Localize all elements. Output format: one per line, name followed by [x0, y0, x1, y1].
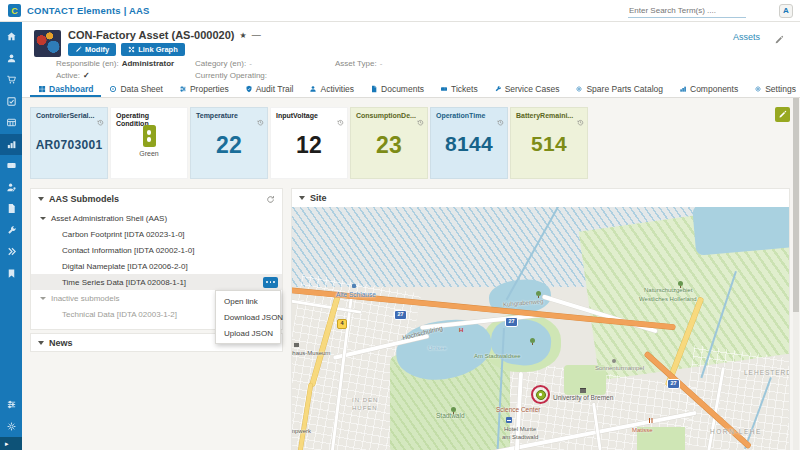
tree-item[interactable]: Asset Administration Shell (AAS) [31, 210, 282, 226]
kpi-card-value: AR0703001 [31, 138, 107, 152]
vertical-scrollbar[interactable] [793, 98, 799, 450]
kpi-card[interactable]: OperationTime8144 [430, 107, 508, 179]
site-map[interactable]: Alte SchlauseKuhgrabenwegNaturschutzgebi… [292, 207, 789, 450]
kpi-card[interactable]: ConsumptionDe...23 [350, 107, 428, 179]
map-label: Science Center [496, 407, 540, 414]
link-graph-icon [128, 46, 135, 53]
app-logo[interactable]: C [8, 4, 21, 17]
ticket-icon [6, 160, 17, 171]
context-menu-item-upload-json[interactable]: Upload JSON [216, 325, 280, 341]
collapse-icon[interactable]: — [252, 30, 261, 40]
kpi-card[interactable]: Temperature22 [190, 107, 268, 179]
tree-item[interactable]: Carbon Footprint [IDTA 02023-1-0] [31, 226, 282, 242]
history-icon[interactable] [417, 112, 424, 119]
map-water [692, 207, 789, 256]
sidebar-item-activities[interactable] [0, 48, 22, 70]
tab-label: Settings [765, 84, 796, 94]
link-graph-button-label: Link Graph [138, 45, 178, 54]
tab-audit-trail[interactable]: Audit Trail [237, 80, 302, 97]
sidebar-item-components-chart[interactable] [0, 134, 22, 156]
context-menu-item-open-link[interactable]: Open link [216, 293, 280, 309]
asset-thumbnail[interactable] [34, 30, 61, 57]
history-icon[interactable] [337, 112, 344, 119]
meta-field: Active:✓ [56, 71, 195, 80]
favorite-star-icon[interactable]: ★ [239, 31, 246, 40]
edit-dashboard-button[interactable] [775, 107, 790, 122]
modify-button[interactable]: Modify [68, 43, 116, 56]
link-graph-button[interactable]: Link Graph [121, 43, 185, 56]
tab-data-sheet[interactable]: Data Sheet [101, 80, 171, 97]
edit-header-icon[interactable] [774, 31, 784, 41]
ticket-icon [440, 85, 448, 93]
sidebar-item-tasks[interactable] [0, 91, 22, 113]
tab-properties[interactable]: Properties [171, 80, 237, 97]
tree-item[interactable]: Digital Nameplate [IDTA 02006-2-0] [31, 258, 282, 274]
history-icon[interactable] [577, 112, 584, 119]
news-title: News [49, 338, 73, 348]
refresh-icon[interactable] [266, 195, 275, 204]
history-icon[interactable] [497, 112, 504, 119]
sidebar-item-table[interactable] [0, 112, 22, 134]
sidebar-item-sliders[interactable] [0, 394, 22, 416]
user-avatar[interactable]: A [779, 4, 793, 18]
meta-label: Category (en): [195, 59, 246, 68]
meta-label: Active: [56, 71, 80, 80]
aas-submodels-header[interactable]: AAS Submodels [31, 189, 282, 209]
sidebar-item-document[interactable] [0, 198, 22, 220]
sidebar-item-user-key[interactable] [0, 177, 22, 199]
sidebar-item-bookmark[interactable] [0, 263, 22, 285]
context-menu-item-download-json[interactable]: Download JSON [216, 309, 280, 325]
kpi-card-value: 12 [271, 132, 347, 159]
asset-header: CON-Factory Asset (AS-000020) ★ — Modify… [22, 22, 800, 80]
tab-documents[interactable]: Documents [362, 80, 432, 97]
tab-label: Spare Parts Catalog [586, 84, 663, 94]
tab-components[interactable]: Components [671, 80, 746, 97]
sidebar-item-gear[interactable] [0, 416, 22, 438]
road-shield-motorway: 27 [505, 317, 518, 327]
tab-label: Service Cases [505, 84, 560, 94]
restaurant-icon [649, 418, 650, 423]
top-bar: C CONTACT Elements | AAS A [0, 0, 800, 22]
lock-icon [352, 284, 356, 288]
road-shield-motorway: 27 [667, 379, 680, 389]
tab-activities[interactable]: Activities [301, 80, 362, 97]
kpi-card-row: ControllerSerial...AR0703001Operating Co… [30, 107, 588, 179]
kpi-card[interactable]: BatteryRemaini...514 [510, 107, 588, 179]
history-icon[interactable] [257, 112, 264, 119]
kpi-card[interactable]: InputVoltage12 [270, 107, 348, 179]
kpi-card[interactable]: Operating ConditionGreen [110, 107, 188, 179]
site-location-marker[interactable] [536, 390, 546, 400]
site-panel: Site Alte SchlauseKuhgrabenwegNaturschut… [291, 188, 790, 450]
sidebar-item-ticket[interactable] [0, 155, 22, 177]
kpi-card[interactable]: ControllerSerial...AR0703001 [30, 107, 108, 179]
assets-link[interactable]: Assets [733, 32, 760, 42]
tab-service-cases[interactable]: Service Cases [486, 80, 568, 97]
meta-field: Currently Operating: [195, 71, 335, 80]
sidebar-item-wrench[interactable] [0, 220, 22, 242]
tab-tickets[interactable]: Tickets [432, 80, 486, 97]
tree-item[interactable]: Contact Information [IDTA 02002-1-0] [31, 242, 282, 258]
tree-item[interactable]: Time Series Data [IDTA 02008-1-1] [31, 274, 282, 290]
site-header[interactable]: Site [292, 189, 789, 208]
ellipsis-actions-button[interactable] [263, 277, 278, 288]
sidebar-item-double-chevron[interactable] [0, 241, 22, 263]
scrollbar-thumb[interactable] [793, 98, 799, 312]
sidebar-item-home[interactable] [0, 26, 22, 48]
road-shield-motorway: 27 [394, 310, 407, 320]
avatar-letter: A [783, 6, 789, 15]
sidebar-expand-button[interactable]: ▸ [0, 437, 22, 450]
university-icon [580, 388, 586, 393]
table-icon [6, 117, 17, 128]
tab-settings[interactable]: Settings [746, 80, 800, 97]
history-icon[interactable] [97, 112, 104, 119]
tree-icon [678, 281, 683, 286]
tab-dashboard[interactable]: Dashboard [30, 80, 101, 97]
gear-icon [575, 85, 583, 93]
sidebar-item-cart[interactable] [0, 69, 22, 91]
expand-arrow-icon: ▸ [5, 440, 9, 448]
logo-letter: C [11, 6, 18, 16]
tab-spare-parts-catalog[interactable]: Spare Parts Catalog [567, 80, 671, 97]
search-input[interactable] [628, 4, 746, 18]
chevron-down-icon [38, 341, 44, 345]
grid-icon [38, 85, 46, 93]
